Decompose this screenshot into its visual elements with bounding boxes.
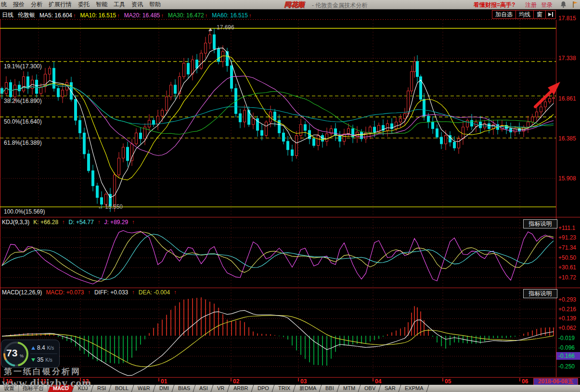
fib-level-label-0: 19.1%(17.300) — [4, 63, 42, 70]
kdj-axis-label: +50.50 — [558, 254, 576, 261]
upload-speed-row: 8.4 K/s — [31, 344, 58, 351]
upload-speed-unit: K/s — [47, 345, 54, 351]
macd-axis-label: +0.216 — [558, 306, 576, 313]
macd-value: MACD: +0.073 — [46, 289, 84, 296]
kdj-axis-label: +111.1 — [558, 225, 575, 231]
tab-label: SAR — [385, 385, 396, 392]
tab-label: BBI — [325, 385, 334, 392]
tab-label: EXPMA — [405, 385, 424, 392]
download-speed-unit: K/s — [45, 357, 52, 363]
tab-wr[interactable]: W&R — [133, 385, 156, 392]
k-up-arrow-icon: ↑ — [62, 219, 65, 226]
tab-arbr[interactable]: ARBR — [229, 385, 254, 392]
tab-sar[interactable]: SAR — [380, 385, 401, 392]
fib-level-label-2: 50.0%(16.640) — [4, 118, 42, 125]
month-label-05: 05 — [445, 378, 451, 385]
tab-asi[interactable]: ASI — [194, 385, 214, 392]
macd-axis-label: -0.166 — [558, 353, 575, 359]
kdj-d-value: D: +54.77 — [69, 219, 94, 226]
tab-label: BIAS — [178, 385, 190, 392]
peak-price-annotation: 17.696 — [217, 24, 234, 31]
watermark-site-name: 第一纸白银分析网 — [4, 366, 81, 377]
tonghuashun-app-window: 统报价分析扩展行情委托智能工具资讯帮助 同花顺 - 伦敦贵金属技术分析 看懂财报… — [0, 0, 580, 392]
dea-up-arrow-icon: ↑ — [174, 289, 177, 296]
progress-percent-unit: % — [20, 354, 24, 358]
kdj-legend: KDJ(9,3,3) K: +66.28↑ D: +54.77↑ J: +89.… — [2, 219, 135, 226]
macd-axis-label: -0.019 — [558, 335, 575, 341]
tab-label: 新DMA — [299, 385, 316, 392]
tab-label: DMI — [159, 385, 169, 392]
month-label-04: 04 — [375, 378, 381, 385]
kdj-title: KDJ(9,3,3) — [2, 219, 29, 226]
tab-label: DPO — [258, 385, 269, 392]
progress-percent: 73 — [6, 347, 17, 359]
month-label-02: 02 — [233, 378, 239, 385]
macd-axis-label: -0.250 — [558, 363, 575, 370]
low-price-annotation: ← 15.550 — [98, 203, 123, 210]
price-axis-label: 15.908 — [558, 175, 576, 182]
chart-canvas — [0, 0, 580, 392]
fib-level-label-4: 100.0%(15.569) — [4, 208, 45, 215]
kdj-axis-label: +71.34 — [558, 244, 576, 251]
upload-speed-value: 8.4 — [37, 344, 45, 351]
j-up-arrow-icon: ↑ — [132, 219, 135, 226]
tab-bias[interactable]: BIAS — [173, 385, 196, 392]
tab-mtm[interactable]: MTM — [338, 385, 361, 392]
download-speed-row: 35 K/s — [31, 356, 58, 363]
tab-rsi[interactable]: RSI — [92, 385, 111, 392]
dea-value: DEA: -0.004 — [139, 289, 170, 296]
tab-dma[interactable]: 新DMA — [294, 385, 322, 392]
kdj-axis-label: +91.23 — [558, 234, 576, 241]
month-label-06: 06 — [522, 378, 528, 385]
tab-label: ARBR — [233, 385, 248, 392]
macd-axis-label: -0.096 — [558, 344, 575, 351]
upload-arrow-icon — [31, 346, 35, 350]
fib-level-label-1: 38.2%(16.890) — [4, 98, 42, 104]
watermark-url: www.diyizby.com — [2, 377, 91, 390]
tab-label: OBV — [364, 385, 375, 392]
price-axis-label: 16.385 — [558, 135, 576, 142]
tab-vr[interactable]: VR — [212, 385, 230, 392]
download-arrow-icon — [31, 358, 35, 362]
net-speed-overlay: 73 % 8.4 K/s 35 K/s — [1, 340, 60, 368]
macd-legend: MACD(12,26,9) MACD: +0.073↑ DIFF: +0.033… — [2, 289, 177, 296]
diff-up-arrow-icon: ↑ — [132, 289, 135, 296]
tab-label: TRIX — [278, 385, 290, 392]
macd-axis-label: +0.062 — [558, 325, 576, 331]
tab-label: MTM — [343, 385, 355, 392]
macd-axis-label: +0.139 — [558, 315, 576, 322]
macd-up-arrow-icon: ↑ — [88, 289, 90, 296]
tab-trix[interactable]: TRIX — [273, 385, 296, 392]
month-label-01: 01 — [161, 378, 167, 385]
macd-title: MACD(12,26,9) — [2, 289, 42, 296]
fib-level-label-3: 61.8%(16.389) — [4, 139, 42, 146]
tab-bbi[interactable]: BBI — [321, 385, 340, 392]
price-axis-label: 17.815 — [558, 15, 576, 22]
download-speed-value: 35 — [37, 356, 43, 363]
tab-dmi[interactable]: DMI — [155, 385, 175, 392]
tab-label: RSI — [97, 385, 106, 392]
kdj-j-value: J: +89.29 — [104, 219, 128, 226]
tab-label: ASI — [199, 385, 208, 392]
kdj-indicator-help-button[interactable]: 指标说明 — [523, 219, 557, 228]
macd-indicator-help-button[interactable]: 指标说明 — [523, 289, 557, 298]
tab-dpo[interactable]: DPO — [252, 385, 274, 392]
speed-divider — [30, 354, 57, 354]
price-axis-label: 16.861 — [558, 95, 576, 102]
tab-label: BOLL — [115, 385, 129, 392]
kdj-axis-label: +10.72 — [558, 274, 576, 281]
price-axis-label: 17.338 — [558, 55, 576, 62]
tab-boll[interactable]: BOLL — [110, 385, 134, 392]
tab-label: W&R — [138, 385, 150, 392]
month-label-03: 03 — [300, 378, 307, 385]
tab-label: VR — [217, 385, 224, 392]
kdj-k-value: K: +66.28 — [33, 219, 58, 226]
kdj-axis-label: +30.61 — [558, 264, 576, 271]
diff-value: DIFF: +0.033 — [94, 289, 128, 296]
d-up-arrow-icon: ↑ — [98, 219, 101, 226]
macd-axis-label: +0.293 — [558, 296, 576, 303]
tab-obv[interactable]: OBV — [359, 385, 381, 392]
tab-expma[interactable]: EXPMA — [400, 385, 428, 392]
